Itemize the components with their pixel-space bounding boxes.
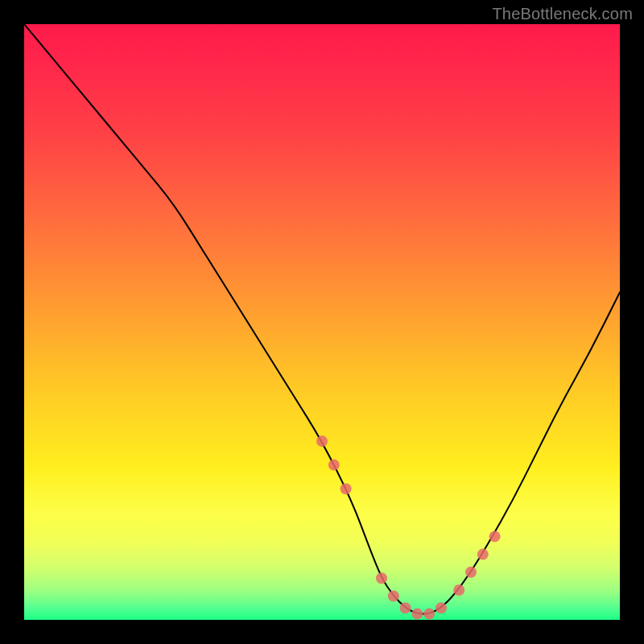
marker-dot [436,602,447,613]
marker-dot [376,572,387,584]
marker-dot [465,567,477,578]
marker-dot [316,436,328,447]
bottleneck-curve-path [24,24,620,614]
marker-dot [411,609,423,620]
chart-stage: TheBottleneck.com [0,0,644,644]
marker-dot [388,590,399,601]
marker-dot [341,483,352,494]
marker-dot [489,530,501,542]
marker-dot [477,549,489,560]
marker-dot [400,602,411,613]
scatter-markers [316,436,501,620]
marker-dot [328,460,340,471]
lower-haze-overlay [24,465,620,620]
watermark-text: TheBottleneck.com [492,5,633,23]
marker-dot [423,609,435,620]
marker-dot [453,584,464,596]
plot-area [24,24,620,620]
bottleneck-curve [24,24,620,614]
chart-svg [24,24,620,620]
